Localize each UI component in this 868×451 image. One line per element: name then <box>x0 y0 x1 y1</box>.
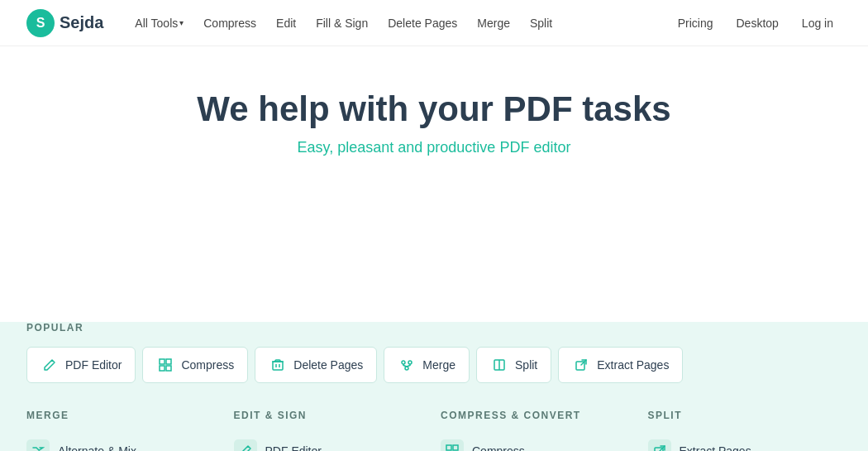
popular-item-delete-pages[interactable]: Delete Pages <box>255 347 377 383</box>
nav-right: Pricing Desktop Log in <box>670 12 842 35</box>
cat-extract-pages-label: Extract Pages <box>680 444 751 451</box>
category-compress-convert-title: COMPRESS & CONVERT <box>441 410 635 421</box>
popular-item-extract-pages[interactable]: Extract Pages <box>558 347 683 383</box>
popular-item-split[interactable]: Split <box>476 347 551 383</box>
popular-extract-pages-label: Extract Pages <box>597 358 669 372</box>
extract-icon <box>572 356 590 374</box>
cat-compress[interactable]: Compress <box>441 433 635 451</box>
nav-links: All Tools ▾ Compress Edit Fill & Sign De… <box>126 12 669 35</box>
svg-rect-1 <box>166 359 171 364</box>
categories-grid: MERGE Alternate & Mix Visual Combine & R… <box>26 410 842 451</box>
nav-fill-sign[interactable]: Fill & Sign <box>308 12 376 35</box>
alternate-mix-icon <box>26 439 50 451</box>
nav-compress[interactable]: Compress <box>195 12 265 35</box>
logo-name: Sejda <box>60 13 103 32</box>
chevron-down-icon: ▾ <box>179 18 184 27</box>
nav-split[interactable]: Split <box>522 12 560 35</box>
merge-icon <box>398 356 416 374</box>
popular-split-label: Split <box>515 358 537 372</box>
cat-extract-pages-icon <box>648 439 671 451</box>
pencil-icon <box>41 356 59 374</box>
popular-pdf-editor-label: PDF Editor <box>65 358 122 372</box>
main-content: POPULAR PDF Editor Compress Delete Pages… <box>0 322 868 451</box>
popular-merge-label: Merge <box>422 358 455 372</box>
nav-all-tools[interactable]: All Tools ▾ <box>126 12 192 35</box>
nav-pricing[interactable]: Pricing <box>670 12 722 35</box>
category-edit-sign: EDIT & SIGN PDF Editor Fill & Sign <box>234 410 428 451</box>
nav-login[interactable]: Log in <box>794 12 842 35</box>
category-compress-convert: COMPRESS & CONVERT Compress PDF To JPG J… <box>441 410 635 451</box>
cat-pdf-editor-icon <box>234 439 257 451</box>
popular-label: POPULAR <box>26 322 842 333</box>
popular-delete-pages-label: Delete Pages <box>293 358 363 372</box>
cat-compress-label: Compress <box>472 444 525 451</box>
svg-point-8 <box>402 361 405 364</box>
svg-rect-0 <box>160 359 165 364</box>
popular-row: PDF Editor Compress Delete Pages Merge S <box>26 347 842 383</box>
cat-extract-pages[interactable]: Extract Pages <box>648 433 842 451</box>
svg-point-10 <box>405 367 408 370</box>
svg-rect-3 <box>166 366 171 371</box>
popular-item-pdf-editor[interactable]: PDF Editor <box>26 347 136 383</box>
navbar: S Sejda All Tools ▾ Compress Edit Fill &… <box>0 0 868 46</box>
category-split: SPLIT Extract Pages Split By Pages Split… <box>648 410 842 451</box>
popular-compress-label: Compress <box>181 358 234 372</box>
category-edit-sign-title: EDIT & SIGN <box>234 410 428 421</box>
svg-point-9 <box>408 361 412 364</box>
nav-delete-pages[interactable]: Delete Pages <box>379 12 465 35</box>
hero-section: We help with your PDF tasks Easy, pleasa… <box>0 46 868 305</box>
logo[interactable]: S Sejda <box>26 9 103 37</box>
delete-icon <box>269 356 287 374</box>
cat-alternate-mix[interactable]: Alternate & Mix <box>26 433 221 451</box>
nav-merge[interactable]: Merge <box>469 12 518 35</box>
nav-edit[interactable]: Edit <box>268 12 304 35</box>
compress-icon <box>156 356 174 374</box>
split-icon <box>490 356 508 374</box>
cat-alternate-mix-label: Alternate & Mix <box>58 444 136 451</box>
category-split-title: SPLIT <box>648 410 842 421</box>
cat-pdf-editor-label: PDF Editor <box>265 444 322 451</box>
hero-subtitle: Easy, pleasant and productive PDF editor <box>17 139 851 156</box>
popular-item-compress[interactable]: Compress <box>142 347 248 383</box>
cat-compress-icon <box>441 439 464 451</box>
nav-desktop[interactable]: Desktop <box>727 12 786 35</box>
svg-rect-2 <box>160 366 165 371</box>
category-merge-title: MERGE <box>26 410 221 421</box>
svg-rect-22 <box>453 445 458 450</box>
popular-item-merge[interactable]: Merge <box>384 347 470 383</box>
category-merge: MERGE Alternate & Mix Visual Combine & R… <box>26 410 221 451</box>
svg-rect-4 <box>273 362 283 370</box>
cat-pdf-editor[interactable]: PDF Editor <box>234 433 428 451</box>
logo-icon: S <box>26 9 55 37</box>
hero-title: We help with your PDF tasks <box>17 89 851 129</box>
svg-rect-21 <box>446 445 451 450</box>
